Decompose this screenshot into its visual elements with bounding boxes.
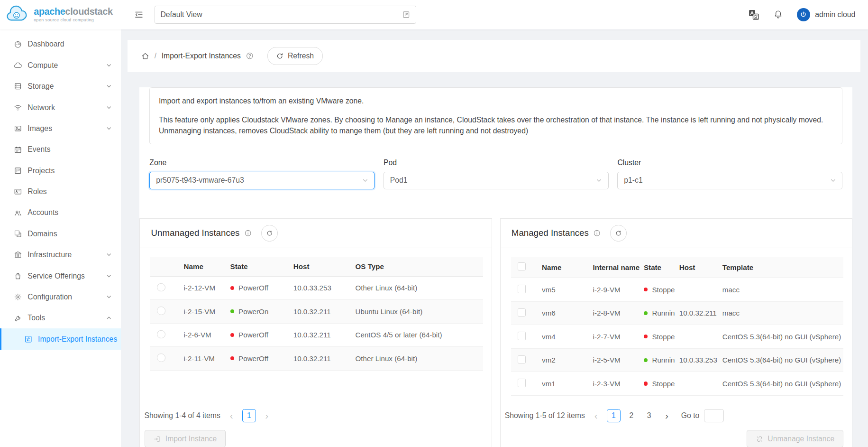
column-header-os-type: OS Type xyxy=(351,257,483,276)
pod-select[interactable]: Pod1 xyxy=(384,172,609,189)
sidebar-collapse-icon[interactable] xyxy=(134,10,144,19)
prev-page-button[interactable]: ‹ xyxy=(225,409,238,422)
cloud-icon xyxy=(13,61,22,70)
column-header-host: Host xyxy=(675,257,718,278)
translation-icon[interactable] xyxy=(749,9,759,20)
table-header-row: Name Internal name State Host Template xyxy=(511,257,843,278)
table-row: vm6 i-2-8-VM Running 10.0.32.211 macc xyxy=(511,301,843,325)
cell-os: CentOS 4/5 or later (64-bit) xyxy=(351,323,483,347)
bank-icon xyxy=(13,251,22,259)
sidebar-item-import-export-instances[interactable]: Import-Export Instances xyxy=(0,328,121,349)
page-number-1[interactable]: 1 xyxy=(242,409,256,422)
top-header: apachecloudstack open source cloud compu… xyxy=(0,0,868,29)
user-avatar xyxy=(797,8,810,21)
import-instance-button[interactable]: Import Instance xyxy=(145,430,226,447)
help-question-icon[interactable] xyxy=(246,52,254,60)
chevron-down-icon xyxy=(106,126,112,131)
row-radio[interactable] xyxy=(157,283,165,292)
row-radio[interactable] xyxy=(157,307,165,315)
sidebar-item-accounts[interactable]: Accounts xyxy=(0,202,121,223)
poweroff-dot xyxy=(230,356,234,360)
managed-table-wrap: Name Internal name State Host Template xyxy=(501,248,852,396)
sidebar-item-tools[interactable]: Tools xyxy=(0,307,121,328)
sidebar-item-infrastructure[interactable]: Infrastructure xyxy=(0,244,121,265)
feature-description: Import and export instances to/from an e… xyxy=(149,87,842,144)
unmanaged-table-wrap: Name State Host OS Type i-2 xyxy=(140,248,492,371)
chevron-down-icon xyxy=(830,177,836,184)
managed-refresh-button[interactable] xyxy=(610,225,627,242)
unmanaged-title: Unmanaged Instances xyxy=(151,228,240,238)
select-all-checkbox[interactable] xyxy=(518,262,526,271)
sidebar-item-configuration[interactable]: Configuration xyxy=(0,287,121,307)
row-checkbox[interactable] xyxy=(518,308,526,317)
row-checkbox[interactable] xyxy=(518,332,526,340)
project-view-select[interactable]: Default View xyxy=(155,6,416,23)
table-row: i-2-6-VM PowerOff 10.0.32.211 CentOS 4/5… xyxy=(150,323,483,347)
column-header-name: Name xyxy=(538,257,588,278)
chevron-down-icon xyxy=(106,105,112,111)
row-checkbox[interactable] xyxy=(518,285,526,293)
unmanage-instance-button[interactable]: Unmanage Instance xyxy=(747,430,843,447)
zone-select[interactable]: pr5075-t943-vmware-67u3 xyxy=(149,172,375,189)
user-menu[interactable]: admin cloud xyxy=(797,8,855,21)
sidebar-item-storage[interactable]: Storage xyxy=(0,76,121,97)
sidebar-item-projects[interactable]: Projects xyxy=(0,160,121,181)
logo-tagline: open source cloud computing xyxy=(34,18,112,22)
sidebar-item-roles[interactable]: Roles xyxy=(0,181,121,202)
chevron-down-icon xyxy=(362,177,368,184)
page-number-3[interactable]: 3 xyxy=(642,409,656,422)
chevron-down-icon xyxy=(106,252,112,258)
page-number-2[interactable]: 2 xyxy=(625,409,638,422)
database-icon xyxy=(13,82,22,91)
managed-pagination: Showing 1-5 of 12 items ‹ 1 2 3 › Go to xyxy=(501,396,852,422)
chevron-down-icon xyxy=(106,84,112,89)
table-row: i-2-15-VM PowerOn 10.0.32.211 Ubuntu Lin… xyxy=(150,300,483,324)
managed-title: Managed Instances xyxy=(512,228,589,238)
sidebar-item-events[interactable]: Events xyxy=(0,139,121,160)
row-checkbox[interactable] xyxy=(518,355,526,364)
managed-panel-header: Managed Instances xyxy=(501,219,852,248)
reload-icon xyxy=(615,230,622,237)
unmanaged-refresh-button[interactable] xyxy=(261,225,278,242)
unmanaged-actions: Import Instance xyxy=(140,422,492,447)
row-checkbox[interactable] xyxy=(518,379,526,387)
cell-host xyxy=(675,372,718,396)
poweroff-dot xyxy=(230,333,234,337)
wrench-icon xyxy=(13,314,22,323)
prev-page-button[interactable]: ‹ xyxy=(589,409,603,422)
sidebar-item-domains[interactable]: Domains xyxy=(0,224,121,244)
goto-page-input[interactable] xyxy=(704,409,724,422)
project-icon xyxy=(13,167,22,175)
page-number-1[interactable]: 1 xyxy=(607,409,620,422)
next-page-button[interactable]: › xyxy=(260,409,274,422)
row-radio[interactable] xyxy=(157,354,165,362)
column-header-state: State xyxy=(226,257,289,276)
sidebar-item-images[interactable]: Images xyxy=(0,118,121,139)
row-radio[interactable] xyxy=(157,330,165,339)
sidebar-item-dashboard[interactable]: Dashboard xyxy=(0,34,121,55)
main-content: / Import-Export Instances Refresh Import… xyxy=(121,29,868,447)
sidebar-item-network[interactable]: Network xyxy=(0,97,121,118)
project-view-value: Default View xyxy=(160,10,202,19)
column-header-name: Name xyxy=(179,257,226,276)
unmanaged-panel-header: Unmanaged Instances xyxy=(140,219,492,248)
info-circle-icon[interactable] xyxy=(593,229,601,237)
next-page-button[interactable]: › xyxy=(660,409,674,422)
logo-word-apache: apache xyxy=(34,6,65,17)
refresh-button[interactable]: Refresh xyxy=(267,47,323,65)
info-circle-icon[interactable] xyxy=(244,229,252,237)
app-logo[interactable]: apachecloudstack open source cloud compu… xyxy=(0,4,121,25)
cluster-select[interactable]: p1-c1 xyxy=(617,172,842,189)
cluster-field: Cluster p1-c1 xyxy=(617,158,842,189)
notification-bell-icon[interactable] xyxy=(773,9,783,19)
sidebar-item-compute[interactable]: Compute xyxy=(0,55,121,76)
chevron-down-icon xyxy=(106,273,112,279)
sidebar-item-service-offerings[interactable]: Service Offerings xyxy=(0,265,121,286)
column-header-host: Host xyxy=(289,257,351,276)
cell-host: 10.0.33.253 xyxy=(675,348,718,372)
home-icon[interactable] xyxy=(141,52,150,61)
header-actions: admin cloud xyxy=(749,8,868,21)
pod-label: Pod xyxy=(384,158,609,167)
cluster-label: Cluster xyxy=(617,158,842,167)
items-summary: Showing 1-5 of 12 items xyxy=(505,411,585,420)
